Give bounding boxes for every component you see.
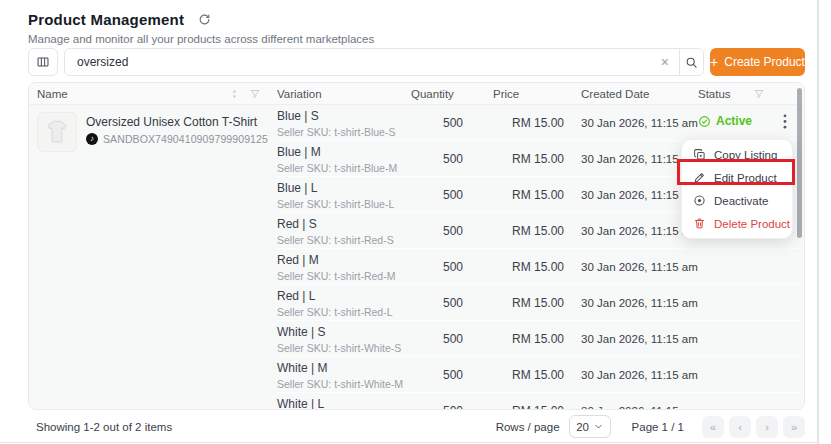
variation-label: Blue | M (277, 145, 407, 159)
products-table: Name Variation Quantity Price Created Da… (28, 82, 805, 410)
product-name-cell: Oversized Unisex Cotton T-Shirt ♪ SANDBO… (29, 105, 277, 410)
seller-sku: Seller SKU: t-shirt-Blue-L (277, 198, 407, 210)
created-date-value: 30 Jan 2026, 11:15 am (571, 189, 691, 201)
column-header-price: Price (485, 88, 571, 100)
menu-item-copy-listing[interactable]: Copy Listing (682, 143, 792, 166)
clear-search-icon[interactable]: × (651, 55, 679, 69)
filter-icon[interactable] (249, 88, 261, 100)
product-thumbnail (37, 112, 77, 152)
plus-icon: + (710, 55, 718, 69)
create-product-button[interactable]: + Create Product (710, 48, 805, 76)
menu-item-edit-product[interactable]: Edit Product (682, 166, 792, 189)
columns-icon (36, 55, 50, 69)
menu-item-deactivate[interactable]: Deactivate (682, 189, 792, 212)
created-date-value: 30 Jan 2026, 11:15 am (571, 153, 691, 165)
refresh-icon[interactable] (198, 13, 211, 26)
variation-label: White | M (277, 361, 407, 375)
quantity-value: 500 (407, 368, 485, 382)
search-bar: × (64, 48, 704, 76)
quantity-value: 500 (407, 188, 485, 202)
table-row: White | S Seller SKU: t-shirt-White-S 50… (277, 321, 804, 357)
tshirt-image (42, 117, 72, 147)
table-row: Red | M Seller SKU: t-shirt-Red-M 500 RM… (277, 249, 804, 285)
quantity-value: 500 (407, 332, 485, 346)
first-page-button[interactable]: « (702, 416, 724, 438)
product-management-page: Product Management Manage and monitor al… (0, 0, 831, 444)
context-menu: Copy Listing Edit Product Deactivate Del… (681, 139, 793, 239)
toolbar: × + Create Product (28, 48, 805, 76)
price-value: RM 15.00 (485, 368, 571, 382)
table-row: Red | L Seller SKU: t-shirt-Red-L 500 RM… (277, 285, 804, 321)
page-title: Product Management (28, 11, 184, 28)
price-value: RM 15.00 (485, 188, 571, 202)
row-actions-button[interactable] (777, 112, 793, 131)
table-row: White | M Seller SKU: t-shirt-White-M 50… (277, 357, 804, 393)
menu-item-label: Edit Product (714, 172, 777, 184)
product-marketplace-id: SANDBOX7490410909799909125 (103, 133, 268, 145)
seller-sku: Seller SKU: t-shirt-Red-M (277, 270, 407, 282)
seller-sku: Seller SKU: t-shirt-Red-S (277, 234, 407, 246)
sort-icon[interactable] (229, 88, 240, 100)
quantity-value: 500 (407, 152, 485, 166)
variation-label: Red | L (277, 289, 407, 303)
variation-label: Blue | L (277, 181, 407, 195)
table-scrollbar[interactable] (797, 88, 802, 238)
rows-per-page-label: Rows / page (496, 421, 560, 433)
created-date-value: 30 Jan 2026, 11:15 am (571, 117, 691, 129)
quantity-value: 500 (407, 224, 485, 238)
prev-page-button[interactable]: ‹ (729, 416, 751, 438)
page-scrollbar[interactable] (817, 0, 819, 444)
page-bottom-border (0, 442, 818, 443)
seller-sku: Seller SKU: t-shirt-Blue-S (277, 126, 407, 138)
menu-item-label: Copy Listing (714, 149, 777, 161)
page-indicator: Page 1 / 1 (632, 421, 684, 433)
last-page-button[interactable]: » (783, 416, 805, 438)
status-badge: Active (698, 114, 752, 128)
created-date-value: 30 Jan 2026, 11:15 am (571, 297, 691, 309)
page-header: Product Management Manage and monitor al… (28, 11, 374, 45)
variation-label: Red | S (277, 217, 407, 231)
copy-icon (693, 148, 706, 161)
menu-item-delete-product[interactable]: Delete Product (682, 212, 792, 235)
showing-count: Showing 1-2 out of 2 items (36, 421, 172, 433)
seller-sku: Seller SKU: t-shirt-White-M (277, 378, 407, 390)
variation-label: White | L (277, 397, 407, 410)
chevron-down-icon (594, 422, 603, 431)
variation-label: White | S (277, 325, 407, 339)
column-header-created-date: Created Date (571, 88, 691, 100)
price-value: RM 15.00 (485, 224, 571, 238)
created-date-value: 30 Jan 2026, 11:15 am (571, 225, 691, 237)
next-page-button[interactable]: › (756, 416, 778, 438)
deactivate-icon (693, 194, 706, 207)
status-filter-icon[interactable] (753, 88, 765, 100)
search-button[interactable] (679, 49, 703, 75)
columns-button[interactable] (28, 48, 58, 76)
search-icon (685, 56, 698, 69)
search-input[interactable] (65, 49, 651, 75)
menu-item-label: Delete Product (714, 218, 790, 230)
created-date-value: 30 Jan 2026, 11:15 am (571, 333, 691, 345)
quantity-value: 500 (407, 116, 485, 130)
table-header-row: Name Variation Quantity Price Created Da… (29, 83, 804, 105)
seller-sku: Seller SKU: t-shirt-White-S (277, 342, 407, 354)
column-header-quantity: Quantity (407, 88, 485, 100)
status-label: Active (716, 114, 752, 128)
table-row: Blue | S Seller SKU: t-shirt-Blue-S 500 … (277, 105, 804, 141)
create-product-label: Create Product (724, 55, 805, 69)
seller-sku: Seller SKU: t-shirt-Red-L (277, 306, 407, 318)
column-header-status: Status (698, 88, 731, 100)
column-header-variation: Variation (277, 88, 407, 100)
price-value: RM 15.00 (485, 260, 571, 274)
column-header-name: Name (37, 88, 68, 100)
created-date-value: 30 Jan 2026, 11:15 am (571, 261, 691, 273)
rows-per-page-select[interactable]: 20 (569, 415, 611, 438)
quantity-value: 500 (407, 260, 485, 274)
page-subtitle: Manage and monitor all your products acr… (28, 33, 374, 45)
check-circle-icon (698, 115, 711, 128)
table-footer: Showing 1-2 out of 2 items Rows / page 2… (28, 410, 805, 443)
price-value: RM 15.00 (485, 116, 571, 130)
tiktok-icon: ♪ (86, 133, 98, 145)
price-value: RM 15.00 (485, 332, 571, 346)
rows-per-page-value: 20 (576, 421, 589, 433)
price-value: RM 15.00 (485, 152, 571, 166)
